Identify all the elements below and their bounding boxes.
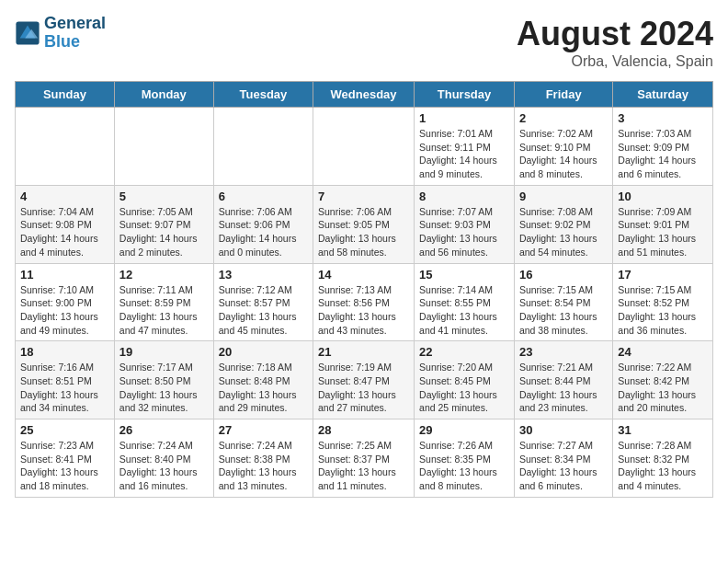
day-cell-29: 29Sunrise: 7:26 AM Sunset: 8:35 PM Dayli…: [415, 419, 515, 498]
day-cell-3: 3Sunrise: 7:03 AM Sunset: 9:09 PM Daylig…: [613, 108, 713, 186]
day-cell-1: 1Sunrise: 7:01 AM Sunset: 9:11 PM Daylig…: [415, 108, 515, 186]
day-info: Sunrise: 7:09 AM Sunset: 9:01 PM Dayligh…: [618, 205, 708, 259]
empty-cell: [313, 108, 415, 186]
page-header: General Blue August 2024 Orba, Valencia,…: [15, 15, 713, 70]
day-info: Sunrise: 7:06 AM Sunset: 9:05 PM Dayligh…: [318, 205, 409, 259]
day-cell-6: 6Sunrise: 7:06 AM Sunset: 9:06 PM Daylig…: [213, 185, 313, 263]
day-info: Sunrise: 7:10 AM Sunset: 9:00 PM Dayligh…: [20, 283, 109, 338]
day-number: 22: [419, 345, 509, 359]
day-header-sunday: Sunday: [16, 82, 115, 108]
day-info: Sunrise: 7:01 AM Sunset: 9:11 PM Dayligh…: [419, 127, 509, 181]
day-number: 16: [519, 268, 608, 282]
day-header-tuesday: Tuesday: [213, 82, 313, 108]
day-info: Sunrise: 7:18 AM Sunset: 8:48 PM Dayligh…: [219, 361, 308, 415]
day-info: Sunrise: 7:12 AM Sunset: 8:57 PM Dayligh…: [219, 283, 308, 338]
day-info: Sunrise: 7:02 AM Sunset: 9:10 PM Dayligh…: [519, 127, 608, 181]
day-cell-27: 27Sunrise: 7:24 AM Sunset: 8:38 PM Dayli…: [213, 419, 313, 498]
day-cell-7: 7Sunrise: 7:06 AM Sunset: 9:05 PM Daylig…: [313, 185, 415, 263]
day-number: 28: [318, 423, 409, 437]
logo-line1: General: [44, 15, 106, 33]
day-info: Sunrise: 7:23 AM Sunset: 8:41 PM Dayligh…: [20, 439, 109, 493]
day-cell-15: 15Sunrise: 7:14 AM Sunset: 8:55 PM Dayli…: [415, 263, 515, 341]
day-cell-11: 11Sunrise: 7:10 AM Sunset: 9:00 PM Dayli…: [16, 263, 115, 341]
day-number: 9: [519, 190, 608, 203]
day-number: 30: [519, 423, 608, 437]
day-number: 2: [519, 111, 608, 125]
day-info: Sunrise: 7:28 AM Sunset: 8:32 PM Dayligh…: [618, 439, 708, 493]
day-number: 26: [119, 423, 209, 437]
day-cell-9: 9Sunrise: 7:08 AM Sunset: 9:02 PM Daylig…: [514, 185, 612, 263]
day-cell-16: 16Sunrise: 7:15 AM Sunset: 8:54 PM Dayli…: [514, 263, 612, 341]
day-cell-26: 26Sunrise: 7:24 AM Sunset: 8:40 PM Dayli…: [114, 419, 213, 498]
day-info: Sunrise: 7:27 AM Sunset: 8:34 PM Dayligh…: [519, 439, 608, 493]
day-info: Sunrise: 7:15 AM Sunset: 8:52 PM Dayligh…: [618, 283, 708, 338]
week-row-2: 4Sunrise: 7:04 AM Sunset: 9:08 PM Daylig…: [16, 185, 713, 263]
day-number: 15: [419, 268, 509, 282]
day-header-friday: Friday: [514, 82, 612, 108]
day-number: 13: [219, 268, 308, 282]
day-info: Sunrise: 7:05 AM Sunset: 9:07 PM Dayligh…: [119, 205, 209, 259]
empty-cell: [213, 108, 313, 186]
day-cell-22: 22Sunrise: 7:20 AM Sunset: 8:45 PM Dayli…: [415, 341, 515, 419]
day-info: Sunrise: 7:08 AM Sunset: 9:02 PM Dayligh…: [519, 205, 608, 259]
day-number: 31: [618, 423, 708, 437]
day-cell-4: 4Sunrise: 7:04 AM Sunset: 9:08 PM Daylig…: [16, 185, 115, 263]
day-info: Sunrise: 7:13 AM Sunset: 8:56 PM Dayligh…: [318, 283, 409, 338]
day-header-saturday: Saturday: [613, 82, 713, 108]
day-number: 27: [219, 423, 308, 437]
location: Orba, Valencia, Spain: [517, 53, 713, 70]
day-info: Sunrise: 7:06 AM Sunset: 9:06 PM Dayligh…: [219, 205, 308, 259]
day-number: 14: [318, 268, 409, 282]
day-cell-10: 10Sunrise: 7:09 AM Sunset: 9:01 PM Dayli…: [613, 185, 713, 263]
day-info: Sunrise: 7:19 AM Sunset: 8:47 PM Dayligh…: [318, 361, 409, 415]
day-number: 25: [20, 423, 109, 437]
day-info: Sunrise: 7:15 AM Sunset: 8:54 PM Dayligh…: [519, 283, 608, 338]
day-info: Sunrise: 7:24 AM Sunset: 8:40 PM Dayligh…: [119, 439, 209, 493]
day-number: 12: [119, 268, 209, 282]
day-info: Sunrise: 7:24 AM Sunset: 8:38 PM Dayligh…: [219, 439, 308, 493]
logo: General Blue: [15, 15, 106, 52]
logo-text: General Blue: [44, 15, 106, 52]
day-number: 7: [318, 190, 409, 203]
day-number: 18: [20, 345, 109, 359]
title-block: August 2024 Orba, Valencia, Spain: [517, 15, 713, 70]
day-number: 11: [20, 268, 109, 282]
logo-line2: Blue: [44, 33, 106, 52]
day-cell-21: 21Sunrise: 7:19 AM Sunset: 8:47 PM Dayli…: [313, 341, 415, 419]
day-cell-17: 17Sunrise: 7:15 AM Sunset: 8:52 PM Dayli…: [613, 263, 713, 341]
empty-cell: [16, 108, 115, 186]
day-info: Sunrise: 7:22 AM Sunset: 8:42 PM Dayligh…: [618, 361, 708, 415]
day-cell-25: 25Sunrise: 7:23 AM Sunset: 8:41 PM Dayli…: [16, 419, 115, 498]
month-year: August 2024: [517, 15, 713, 53]
day-cell-2: 2Sunrise: 7:02 AM Sunset: 9:10 PM Daylig…: [514, 108, 612, 186]
day-number: 29: [419, 423, 509, 437]
day-number: 5: [119, 190, 209, 203]
day-info: Sunrise: 7:03 AM Sunset: 9:09 PM Dayligh…: [618, 127, 708, 181]
day-cell-23: 23Sunrise: 7:21 AM Sunset: 8:44 PM Dayli…: [514, 341, 612, 419]
day-number: 8: [419, 190, 509, 203]
day-cell-31: 31Sunrise: 7:28 AM Sunset: 8:32 PM Dayli…: [613, 419, 713, 498]
week-row-1: 1Sunrise: 7:01 AM Sunset: 9:11 PM Daylig…: [16, 108, 713, 186]
header-row: SundayMondayTuesdayWednesdayThursdayFrid…: [16, 82, 713, 108]
day-info: Sunrise: 7:11 AM Sunset: 8:59 PM Dayligh…: [119, 283, 209, 338]
day-info: Sunrise: 7:14 AM Sunset: 8:55 PM Dayligh…: [419, 283, 509, 338]
day-number: 3: [618, 111, 708, 125]
week-row-3: 11Sunrise: 7:10 AM Sunset: 9:00 PM Dayli…: [16, 263, 713, 341]
day-number: 23: [519, 345, 608, 359]
day-number: 21: [318, 345, 409, 359]
day-cell-18: 18Sunrise: 7:16 AM Sunset: 8:51 PM Dayli…: [16, 341, 115, 419]
day-header-thursday: Thursday: [415, 82, 515, 108]
day-number: 6: [219, 190, 308, 203]
day-info: Sunrise: 7:16 AM Sunset: 8:51 PM Dayligh…: [20, 361, 109, 415]
calendar-table: SundayMondayTuesdayWednesdayThursdayFrid…: [15, 81, 713, 498]
week-row-4: 18Sunrise: 7:16 AM Sunset: 8:51 PM Dayli…: [16, 341, 713, 419]
day-info: Sunrise: 7:04 AM Sunset: 9:08 PM Dayligh…: [20, 205, 109, 259]
day-cell-20: 20Sunrise: 7:18 AM Sunset: 8:48 PM Dayli…: [213, 341, 313, 419]
day-info: Sunrise: 7:21 AM Sunset: 8:44 PM Dayligh…: [519, 361, 608, 415]
day-cell-19: 19Sunrise: 7:17 AM Sunset: 8:50 PM Dayli…: [114, 341, 213, 419]
day-number: 1: [419, 111, 509, 125]
day-cell-13: 13Sunrise: 7:12 AM Sunset: 8:57 PM Dayli…: [213, 263, 313, 341]
day-number: 10: [618, 190, 708, 203]
day-cell-28: 28Sunrise: 7:25 AM Sunset: 8:37 PM Dayli…: [313, 419, 415, 498]
day-info: Sunrise: 7:07 AM Sunset: 9:03 PM Dayligh…: [419, 205, 509, 259]
